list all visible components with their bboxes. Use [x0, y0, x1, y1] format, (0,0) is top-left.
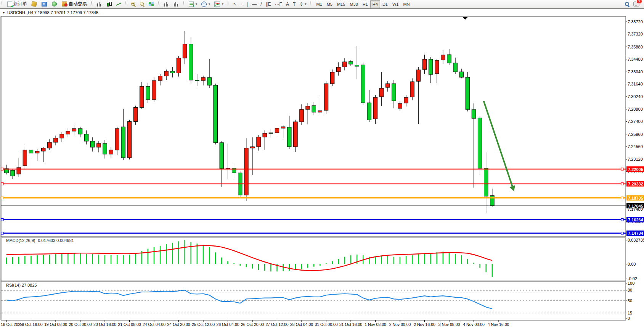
autotrading-button[interactable]: 自动交易 [59, 0, 89, 8]
resistance-line-1-price-tag-text: 7.22005 [628, 167, 643, 172]
timeframe-m5-button[interactable]: M5 [324, 0, 335, 8]
trendline-tool-button[interactable]: / [259, 0, 263, 8]
notifications-button[interactable]: 1 [633, 1, 639, 8]
timeframe-d1-button[interactable]: D1 [380, 0, 390, 8]
bar-chart-icon [97, 2, 102, 6]
time-tick-label: 31 Oct 00:00 [315, 322, 337, 327]
channel-tool-button[interactable]: ∥E [264, 0, 273, 8]
label-tool-icon: T [293, 2, 296, 7]
crosshair-tool-icon: + [241, 2, 243, 7]
current-price-line-price-tag-text: 7.17845 [628, 204, 643, 208]
market-watch-button[interactable] [39, 0, 49, 8]
resistance-line-2-handle[interactable] [1, 183, 3, 185]
auto-scroll-button[interactable] [162, 0, 171, 8]
bull-candle [35, 151, 39, 153]
dropdown-caret-icon[interactable]: ▾ [305, 2, 306, 6]
bull-candle [97, 144, 101, 147]
candlestick-chart-button[interactable] [104, 0, 114, 8]
bull-candle [72, 129, 76, 131]
bear-candle [103, 144, 107, 154]
new-order-button-label: 新订单 [13, 1, 27, 7]
bull-candle [441, 55, 445, 60]
text-tool-button[interactable]: A [284, 0, 291, 8]
chart-type-group [94, 0, 124, 8]
zoom-in-button[interactable]: + [129, 0, 138, 8]
support-line-orange-handle[interactable] [621, 197, 623, 199]
zoom-out-button[interactable]: - [138, 0, 146, 8]
timeframe-w1-button[interactable]: W1 [390, 0, 401, 8]
bull-candle [152, 81, 156, 100]
new-chart-button[interactable]: ▾ [186, 0, 199, 8]
indicators-button[interactable]: ▾ [212, 0, 225, 8]
arrows-tool-button[interactable]: ⇕▾ [297, 0, 308, 8]
search-icon[interactable] [625, 2, 630, 6]
bull-candle [140, 86, 144, 107]
fibonacci-tool-button[interactable]: ⋯F [273, 0, 284, 8]
support-line-blue-2-handle[interactable] [1, 232, 3, 234]
price-tick-label: 7.31640 [628, 82, 643, 86]
bull-candle [244, 148, 249, 195]
chart-shift-button[interactable] [171, 0, 181, 8]
signals-icon [52, 2, 57, 6]
time-tick-label: 31 Oct 16:00 [339, 322, 362, 327]
price-tick-label: 7.27400 [628, 119, 643, 124]
support-line-blue-2-handle[interactable] [621, 232, 623, 234]
bear-candle [189, 44, 193, 80]
timeframe-m15-button[interactable]: M15 [335, 0, 347, 8]
tile-windows-button[interactable] [146, 0, 156, 8]
signals-button[interactable] [49, 0, 59, 8]
time-tick-label: 3 Nov 08:00 [438, 322, 460, 327]
bull-candle [115, 129, 119, 150]
bull-candle [177, 58, 181, 73]
bar-chart-button[interactable] [95, 0, 104, 8]
rsi-axis: 1008050150 [626, 281, 634, 321]
charts-profile-button[interactable] [29, 0, 39, 8]
zoom-out-icon: - [140, 2, 145, 6]
dropdown-caret-icon[interactable]: ▾ [222, 2, 223, 6]
timeframe-h1-button[interactable]: H1 [360, 0, 370, 8]
dropdown-caret-icon[interactable]: ▾ [209, 2, 210, 6]
support-line-blue-1-handle[interactable] [1, 219, 3, 221]
timeframe-mn-button[interactable]: MN [401, 0, 412, 8]
timeframe-h4-button[interactable]: H4 [370, 0, 380, 8]
period-button[interactable]: ▾ [199, 0, 212, 8]
bull-candle [416, 70, 421, 81]
zoom-group: +- [128, 0, 157, 8]
support-line-orange-handle[interactable] [1, 197, 3, 199]
bear-candle [312, 106, 316, 112]
line-chart-button[interactable] [114, 0, 123, 8]
bull-candle [109, 150, 113, 154]
price-tick-label: 7.23120 [628, 157, 643, 161]
bull-candle [373, 97, 377, 119]
bear-candle [429, 59, 433, 74]
toolbar-grip [158, 1, 160, 7]
line-chart-icon [116, 2, 121, 6]
chart-menu-triangle-icon[interactable]: ▼ [2, 11, 5, 15]
resistance-line-2-handle[interactable] [621, 183, 623, 185]
toolbar-grip [1, 1, 3, 7]
bear-candle [466, 77, 470, 110]
chart-canvas[interactable]: 7.387207.373207.358807.344807.330407.316… [0, 9, 644, 329]
vertical-line-tool-button[interactable]: | [245, 0, 250, 8]
timeframe-m1-button[interactable]: M1 [314, 0, 324, 8]
time-tick-label: 2 Nov 16:00 [414, 322, 435, 327]
crosshair-tool-button[interactable]: + [239, 0, 245, 8]
dropdown-caret-icon[interactable]: ▾ [196, 2, 197, 6]
macd-tick-label: 0.00 [628, 262, 636, 266]
bear-candle [78, 129, 82, 134]
label-tool-button[interactable]: T [291, 0, 297, 8]
bull-candle [66, 131, 70, 134]
bear-candle [453, 63, 458, 72]
resistance-line-1-handle[interactable] [621, 168, 623, 170]
new-order-button[interactable]: 新订单 [5, 0, 29, 8]
mt4-application-window: { "toolbar": { "groups": [ {"name":"trad… [0, 0, 644, 329]
horizontal-line-tool-button[interactable]: — [250, 0, 259, 8]
cursor-tool-button[interactable]: ↖ [231, 0, 239, 8]
support-line-blue-1-handle[interactable] [621, 219, 623, 221]
chart-title-bar[interactable]: ▼ USDCNH-,H4 7.18998 7.19791 7.17709 7.1… [2, 10, 98, 15]
bear-candle [459, 72, 464, 77]
timeframe-m30-button[interactable]: M30 [347, 0, 360, 8]
bull-candle [435, 60, 439, 74]
resistance-line-1-handle[interactable] [1, 168, 3, 170]
bear-candle [367, 103, 371, 120]
